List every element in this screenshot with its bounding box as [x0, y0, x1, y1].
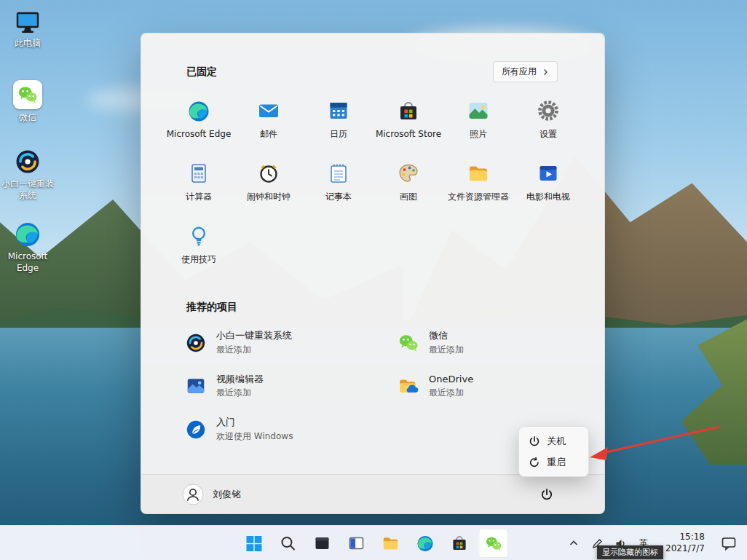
- recommended-item-title: 视频编辑器: [216, 374, 264, 385]
- pinned-app-calendar[interactable]: 日历: [304, 88, 374, 151]
- notification-bubble-icon: [721, 535, 737, 551]
- movies-tv-icon: [537, 162, 560, 185]
- pinned-app-label: Microsoft Store: [376, 129, 441, 139]
- store-button[interactable]: [445, 529, 474, 558]
- taskbar-center-icons: [240, 529, 508, 558]
- recommended-item-video-editor[interactable]: 视频编辑器最近添加: [178, 369, 390, 404]
- taskbar-app-dark-window[interactable]: [308, 529, 337, 558]
- pinned-app-notepad[interactable]: 记事本: [304, 151, 374, 213]
- user-account-button[interactable]: 刘俊铭: [182, 484, 241, 505]
- desktop-icon-label: 此电脑: [15, 38, 41, 50]
- alarm-clock-icon: [257, 162, 280, 185]
- clock-date: 2021/7/7: [665, 543, 705, 555]
- pinned-app-edge[interactable]: Microsoft Edge: [164, 88, 234, 151]
- shutdown-label: 关机: [547, 435, 566, 448]
- clock-time: 15:18: [665, 532, 705, 543]
- edge-button[interactable]: [411, 529, 440, 558]
- pinned-app-label: 画图: [400, 191, 417, 203]
- power-button[interactable]: [534, 482, 559, 507]
- desktop-icon-this-pc[interactable]: 此电脑: [0, 9, 55, 50]
- chevron-up-icon: [568, 537, 580, 549]
- pinned-app-tips[interactable]: 使用技巧: [164, 213, 234, 276]
- pinned-app-label: Microsoft Edge: [167, 129, 232, 139]
- edge-icon: [14, 221, 42, 248]
- recommended-item-subtitle: 最近添加: [429, 344, 464, 356]
- recommended-section-title: 推荐的项目: [186, 301, 604, 314]
- recommended-item-onedrive[interactable]: OneDrive最近添加: [390, 369, 603, 404]
- wechat-button[interactable]: [479, 529, 508, 558]
- power-flyout-menu: 关机 重启: [518, 426, 589, 477]
- pinned-app-label: 电影和电视: [526, 191, 570, 203]
- all-apps-button[interactable]: 所有应用: [493, 61, 558, 82]
- recommended-item-subtitle: 最近添加: [216, 344, 292, 356]
- pinned-app-label: 使用技巧: [181, 253, 216, 266]
- wechat-icon: [484, 535, 502, 553]
- recommended-item-subtitle: 最近添加: [429, 387, 473, 399]
- xiaobai-icon: [14, 148, 42, 176]
- task-view-button[interactable]: [342, 529, 371, 558]
- microsoft-store-icon: [397, 100, 420, 123]
- calendar-icon: [327, 99, 350, 122]
- pinned-app-label: 邮件: [260, 128, 277, 141]
- recommended-item-title: 入门: [216, 417, 293, 428]
- pinned-app-file-explorer[interactable]: 文件资源管理器: [443, 151, 513, 213]
- get-started-icon: [185, 419, 207, 441]
- shutdown-menu-item[interactable]: 关机: [523, 430, 585, 451]
- gear-icon: [537, 99, 560, 122]
- pinned-app-mail[interactable]: 邮件: [234, 88, 304, 151]
- recommended-item-subtitle: 欢迎使用 Windows: [216, 430, 293, 443]
- pinned-app-photos[interactable]: 照片: [443, 88, 513, 151]
- pinned-app-store[interactable]: Microsoft Store: [374, 88, 443, 151]
- start-button[interactable]: [240, 529, 269, 558]
- onedrive-folder-icon: [398, 375, 419, 397]
- mail-icon: [257, 99, 280, 122]
- search-button[interactable]: [274, 529, 303, 558]
- taskbar-clock[interactable]: 15:18 2021/7/7: [665, 532, 705, 554]
- power-icon: [529, 435, 540, 447]
- app-window-icon: [314, 535, 331, 552]
- desktop-icon-edge[interactable]: Microsoft Edge: [0, 221, 55, 274]
- windows-logo-icon: [245, 535, 263, 553]
- recommended-item-xiaobai[interactable]: 小白一键重装系统最近添加: [178, 326, 390, 360]
- notification-center-button[interactable]: [718, 532, 740, 554]
- pinned-app-label: 照片: [470, 128, 487, 141]
- desktop-icon-label: 小白一键重装系统: [0, 178, 55, 201]
- desktop-icon-wechat[interactable]: 微信: [0, 80, 55, 124]
- hidden-icons-tooltip: 显示隐藏的图标: [597, 545, 663, 559]
- pinned-app-alarms[interactable]: 闹钟和时钟: [234, 151, 304, 213]
- restart-menu-item[interactable]: 重启: [523, 451, 585, 473]
- lightbulb-icon: [187, 224, 210, 248]
- pinned-app-label: 设置: [540, 128, 557, 141]
- file-explorer-button[interactable]: [376, 529, 406, 558]
- desktop-icon-label: 微信: [19, 112, 36, 124]
- folder-icon: [467, 162, 490, 185]
- start-menu-user-bar: 刘俊铭: [141, 474, 604, 513]
- recommended-item-get-started[interactable]: 入门欢迎使用 Windows: [178, 412, 390, 447]
- pinned-app-label: 计算器: [186, 191, 212, 203]
- desktop-icon-xiaobai[interactable]: 小白一键重装系统: [0, 148, 55, 201]
- edge-icon: [187, 100, 210, 123]
- recommended-item-wechat[interactable]: 微信最近添加: [390, 326, 603, 360]
- pinned-app-movies-tv[interactable]: 电影和电视: [513, 151, 583, 213]
- search-icon: [280, 535, 297, 552]
- recommended-item-title: 小白一键重装系统: [216, 330, 292, 342]
- recommended-item-title: 微信: [429, 330, 464, 342]
- start-menu-header: 已固定 所有应用: [141, 33, 604, 82]
- edge-icon: [416, 535, 434, 553]
- restart-icon: [529, 457, 540, 468]
- pinned-apps-grid: Microsoft Edge 邮件 日历 Microsoft Store 照片 …: [164, 88, 604, 276]
- recommended-item-title: OneDrive: [429, 374, 473, 385]
- notepad-icon: [327, 162, 350, 185]
- pinned-app-calculator[interactable]: 计算器: [164, 151, 234, 213]
- wechat-icon: [13, 80, 42, 109]
- pinned-app-settings[interactable]: 设置: [513, 88, 583, 151]
- paint-palette-icon: [397, 162, 420, 185]
- desktop: 此电脑 微信 小白一键重装系统 Microsoft Edge 已固定 所有应用: [0, 0, 747, 560]
- photos-icon: [467, 99, 490, 122]
- desktop-icon-label: Microsoft Edge: [0, 251, 55, 274]
- avatar: [182, 484, 204, 505]
- folder-icon: [382, 534, 400, 553]
- show-hidden-icons-button[interactable]: [565, 532, 582, 554]
- pinned-app-paint[interactable]: 画图: [374, 151, 443, 213]
- microsoft-store-icon: [450, 535, 468, 553]
